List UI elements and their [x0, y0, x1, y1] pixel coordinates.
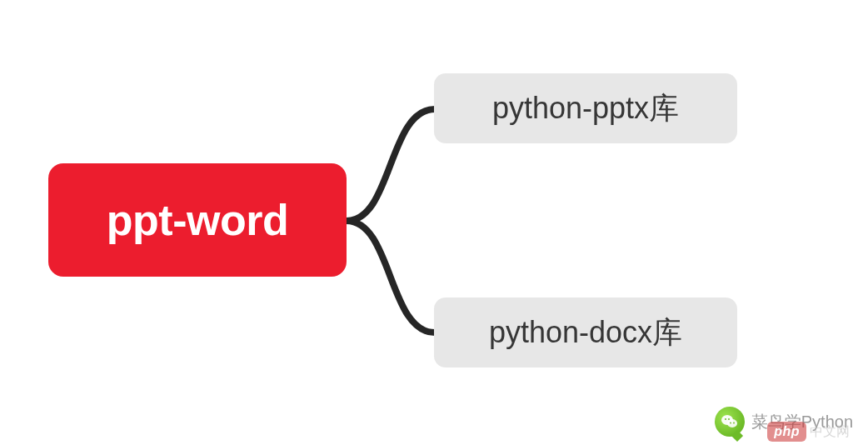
chat-icon: [721, 414, 738, 429]
connector-lines: [347, 104, 438, 338]
mindmap-child-node: python-docx库: [434, 298, 737, 368]
mindmap-child-node: python-pptx库: [434, 73, 737, 143]
child-label: python-pptx库: [492, 88, 679, 129]
child-label: python-docx库: [489, 312, 682, 353]
wechat-icon: [715, 407, 745, 437]
php-watermark: php 中文网: [767, 422, 850, 442]
svg-point-3: [728, 418, 730, 420]
root-label: ppt-word: [107, 195, 288, 245]
svg-point-5: [733, 422, 735, 424]
svg-point-4: [730, 422, 731, 424]
php-suffix: 中文网: [810, 423, 850, 441]
svg-point-1: [727, 419, 737, 428]
php-badge: php: [767, 422, 806, 442]
svg-point-2: [725, 418, 726, 420]
mindmap-root-node: ppt-word: [48, 163, 347, 277]
